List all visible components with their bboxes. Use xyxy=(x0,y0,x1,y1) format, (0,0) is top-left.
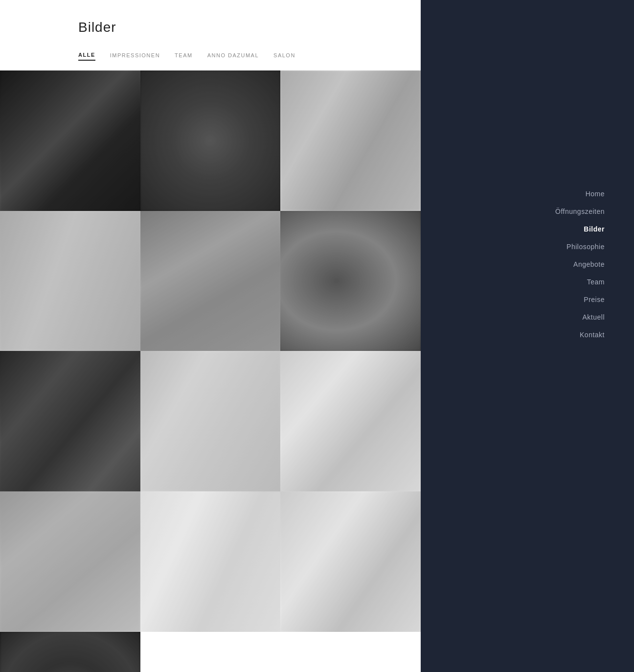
sidebar: Home Öffnungszeiten Bilder Philosophie A… xyxy=(421,0,634,672)
tab-anno-dazumal[interactable]: ANNO DAZUMAL xyxy=(207,50,259,60)
gallery-item[interactable] xyxy=(280,211,421,351)
gallery-item[interactable] xyxy=(140,491,281,632)
sidebar-item-oeffnungszeiten[interactable]: Öffnungszeiten xyxy=(440,204,605,219)
gallery-item[interactable] xyxy=(0,70,140,211)
tab-alle[interactable]: ALLE xyxy=(78,50,95,61)
gallery-item[interactable] xyxy=(140,70,281,211)
gallery-item[interactable] xyxy=(280,70,421,211)
tab-salon[interactable]: SALON xyxy=(273,50,295,60)
filter-tabs: ALLE IMPRESSIONEN TEAM ANNO DAZUMAL SALO… xyxy=(0,45,421,70)
page-header: Bilder xyxy=(0,0,421,45)
gallery-item[interactable] xyxy=(140,351,281,491)
gallery-grid xyxy=(0,70,421,672)
gallery-item[interactable] xyxy=(0,351,140,491)
sidebar-item-bilder[interactable]: Bilder xyxy=(440,221,605,237)
tab-team[interactable]: TEAM xyxy=(175,50,193,60)
sidebar-item-preise[interactable]: Preise xyxy=(440,292,605,307)
page-title: Bilder xyxy=(78,20,401,35)
gallery-item[interactable] xyxy=(0,211,140,351)
main-content: Bilder ALLE IMPRESSIONEN TEAM ANNO DAZUM… xyxy=(0,0,421,672)
gallery-item[interactable] xyxy=(0,632,140,672)
gallery-item[interactable] xyxy=(140,211,281,351)
sidebar-item-kontakt[interactable]: Kontakt xyxy=(440,327,605,343)
gallery-item[interactable] xyxy=(280,351,421,491)
gallery-item[interactable] xyxy=(280,491,421,632)
nav-menu: Home Öffnungszeiten Bilder Philosophie A… xyxy=(440,186,605,343)
sidebar-item-aktuell[interactable]: Aktuell xyxy=(440,309,605,325)
tab-impressionen[interactable]: IMPRESSIONEN xyxy=(110,50,160,60)
sidebar-item-home[interactable]: Home xyxy=(440,186,605,202)
sidebar-item-angebote[interactable]: Angebote xyxy=(440,256,605,272)
sidebar-item-team[interactable]: Team xyxy=(440,274,605,290)
gallery-item[interactable] xyxy=(0,491,140,632)
sidebar-item-philosophie[interactable]: Philosophie xyxy=(440,239,605,255)
